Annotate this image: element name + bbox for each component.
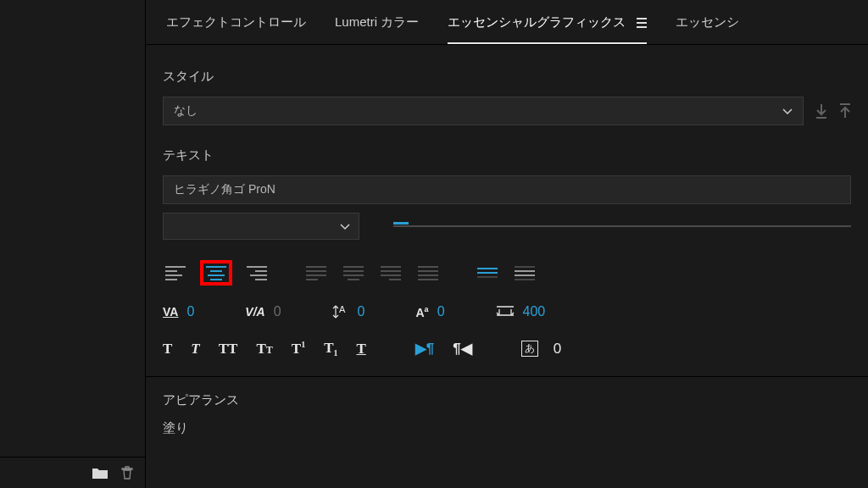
- indent-field[interactable]: あ 0: [521, 341, 561, 358]
- leading-field[interactable]: A 0: [332, 304, 365, 319]
- tab-essential-graphics[interactable]: エッセンシャルグラフィックス: [448, 14, 647, 30]
- small-caps-button[interactable]: TT: [256, 341, 272, 358]
- section-divider: [146, 376, 868, 377]
- align-center-button[interactable]: [200, 260, 232, 286]
- kerning-icon: V/A: [245, 305, 264, 319]
- alignment-row: [163, 260, 851, 286]
- slider-knob[interactable]: [393, 222, 409, 225]
- tsume-icon: [496, 306, 515, 318]
- tracking-field[interactable]: VA 0: [163, 304, 194, 319]
- tsume-field[interactable]: 400: [496, 304, 546, 319]
- style-dropdown-value: なし: [174, 103, 198, 119]
- underline-button[interactable]: T: [356, 341, 365, 358]
- font-family-value: ヒラギノ角ゴ ProN: [174, 182, 275, 197]
- tracking-value: 0: [186, 304, 194, 319]
- tsume-value: 400: [523, 304, 546, 319]
- tab-essential-truncated[interactable]: エッセンシ: [676, 14, 739, 30]
- subscript-button[interactable]: T1: [324, 340, 337, 358]
- fill-label: 塗り: [163, 420, 851, 436]
- upload-style-icon[interactable]: [839, 103, 851, 119]
- font-family-dropdown[interactable]: ヒラギノ角ゴ ProN: [163, 175, 851, 204]
- kerning-value: 0: [274, 304, 281, 319]
- font-style-row: T T TT TT T1 T1 T ▶¶ ¶◀ あ 0: [163, 340, 851, 358]
- tracking-icon: VA: [163, 305, 178, 319]
- justify-center-button[interactable]: [341, 263, 366, 282]
- tab-essential-graphics-label: エッセンシャルグラフィックス: [448, 14, 626, 29]
- slider-track: [393, 225, 851, 227]
- leading-icon: A: [332, 304, 349, 319]
- chevron-down-icon: [782, 104, 793, 118]
- vertical-align-center-button[interactable]: [512, 263, 537, 282]
- chevron-down-icon: [340, 219, 350, 233]
- appearance-section-label: アピアランス: [163, 392, 851, 408]
- project-panel: [0, 0, 146, 488]
- ltr-button[interactable]: ▶¶: [415, 340, 434, 358]
- tab-effect-controls[interactable]: エフェクトコントロール: [166, 14, 306, 30]
- align-right-button[interactable]: [244, 263, 270, 282]
- download-style-icon[interactable]: [815, 103, 827, 119]
- justify-left-button[interactable]: [303, 263, 329, 282]
- vertical-align-top-button[interactable]: [475, 263, 500, 282]
- style-section-label: スタイル: [163, 69, 851, 85]
- folder-icon[interactable]: [92, 467, 108, 479]
- faux-italic-button[interactable]: T: [191, 341, 199, 358]
- metrics-row: VA 0 V/A 0 A 0 Aa 0: [163, 304, 851, 319]
- baseline-value: 0: [437, 304, 445, 319]
- font-weight-dropdown[interactable]: [163, 213, 359, 240]
- baseline-icon: Aa: [415, 305, 428, 319]
- project-panel-footer: [0, 457, 145, 488]
- superscript-button[interactable]: T1: [292, 340, 305, 358]
- align-left-button[interactable]: [163, 263, 188, 282]
- indent-value: 0: [554, 341, 561, 358]
- svg-text:A: A: [339, 304, 346, 314]
- panel-menu-icon[interactable]: [637, 18, 647, 28]
- style-dropdown[interactable]: なし: [163, 97, 804, 125]
- panel-tabs: エフェクトコントロール Lumetri カラー エッセンシャルグラフィックス エ…: [146, 0, 868, 45]
- justify-all-button[interactable]: [415, 263, 441, 282]
- indent-icon: あ: [521, 341, 538, 357]
- font-size-slider[interactable]: [393, 225, 851, 228]
- text-section-label: テキスト: [163, 147, 851, 164]
- faux-bold-button[interactable]: T: [163, 341, 172, 358]
- justify-right-button[interactable]: [378, 263, 403, 282]
- all-caps-button[interactable]: TT: [219, 341, 238, 358]
- leading-value: 0: [358, 304, 365, 319]
- baseline-field[interactable]: Aa 0: [415, 304, 444, 319]
- rtl-button[interactable]: ¶◀: [453, 340, 471, 358]
- trash-icon[interactable]: [121, 466, 133, 480]
- kerning-field[interactable]: V/A 0: [245, 304, 281, 319]
- tab-lumetri-color[interactable]: Lumetri カラー: [335, 14, 419, 30]
